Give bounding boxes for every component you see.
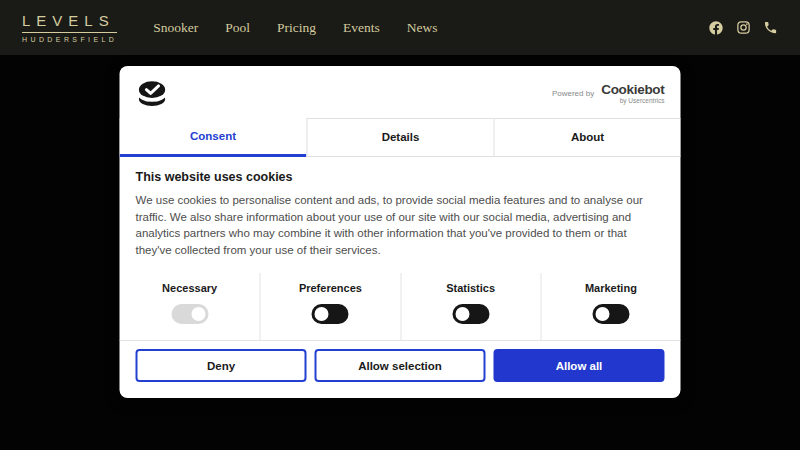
allow-selection-button[interactable]: Allow selection	[315, 349, 486, 382]
nav-item-news[interactable]: News	[407, 20, 438, 36]
category-marketing: Marketing	[540, 273, 680, 340]
toggle-preferences[interactable]	[312, 304, 349, 324]
toggle-knob	[455, 307, 469, 321]
cookiebot-name: Cookiebot	[601, 83, 664, 97]
toggle-marketing[interactable]	[592, 304, 629, 324]
cookiebot-byline: by Usercentrics	[601, 98, 664, 105]
powered-by-label: Powered by	[552, 89, 594, 98]
nav-item-pricing[interactable]: Pricing	[277, 20, 316, 36]
category-label: Marketing	[545, 282, 676, 294]
brand-subtitle: HUDDERSFIELD	[22, 36, 117, 43]
brand-name: LEVELS	[22, 12, 117, 33]
category-preferences: Preferences	[260, 273, 400, 340]
nav-item-pool[interactable]: Pool	[225, 20, 250, 36]
toggle-statistics[interactable]	[452, 304, 489, 324]
category-statistics: Statistics	[400, 273, 540, 340]
cookiebot-wordmark: Cookiebot by Usercentrics	[601, 83, 664, 104]
nav-item-events[interactable]: Events	[343, 20, 380, 36]
category-necessary: Necessary	[120, 273, 260, 340]
dialog-header: Powered by Cookiebot by Usercentrics	[120, 66, 681, 118]
dialog-actions: Deny Allow selection Allow all	[120, 340, 681, 398]
cookie-categories: Necessary Preferences Statistics Marketi…	[120, 273, 681, 340]
site-header: LEVELS HUDDERSFIELD Snooker Pool Pricing…	[0, 0, 800, 55]
social-links	[708, 20, 778, 36]
dialog-description: We use cookies to personalise content an…	[136, 192, 665, 258]
nav-item-snooker[interactable]: Snooker	[153, 20, 198, 36]
tab-consent[interactable]: Consent	[120, 118, 307, 157]
dialog-title: This website uses cookies	[136, 170, 665, 184]
deny-button[interactable]: Deny	[136, 349, 307, 382]
brand-logo[interactable]: LEVELS HUDDERSFIELD	[22, 12, 117, 43]
instagram-icon[interactable]	[735, 20, 751, 36]
dialog-tabs: Consent Details About	[120, 118, 681, 157]
powered-by: Powered by Cookiebot by Usercentrics	[552, 83, 665, 104]
category-label: Statistics	[405, 282, 536, 294]
category-label: Preferences	[265, 282, 396, 294]
category-label: Necessary	[124, 282, 256, 294]
toggle-knob	[315, 307, 329, 321]
cookie-consent-dialog: Powered by Cookiebot by Usercentrics Con…	[120, 66, 681, 398]
consent-panel: This website uses cookies We use cookies…	[120, 157, 681, 273]
phone-icon[interactable]	[762, 20, 778, 36]
facebook-icon[interactable]	[708, 20, 724, 36]
tab-details[interactable]: Details	[307, 118, 494, 157]
toggle-knob	[595, 307, 609, 321]
toggle-necessary	[171, 304, 208, 324]
cookiebot-logo-icon	[136, 77, 170, 111]
toggle-knob	[191, 307, 205, 321]
tab-about[interactable]: About	[494, 118, 681, 157]
main-nav: Snooker Pool Pricing Events News	[153, 20, 437, 36]
allow-all-button[interactable]: Allow all	[494, 349, 665, 382]
